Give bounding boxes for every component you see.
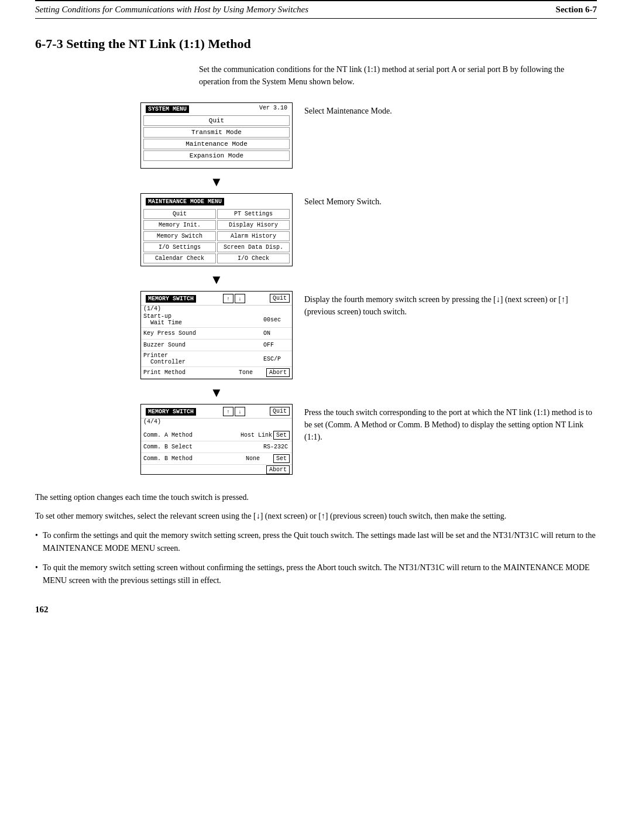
bottom-section: The setting option changes each time the…: [35, 491, 597, 587]
ms-page-1: (1/4): [141, 306, 292, 312]
ms-value-keypress: ON: [263, 330, 290, 337]
step-1-row: SYSTEM MENU Ver 3.10 Quit Transmit Mode …: [35, 102, 597, 169]
ms-nav-up-1[interactable]: ↑: [223, 294, 233, 303]
ms-label-keypress: Key Press Sound: [143, 330, 263, 337]
ms-value-startup: 00sec: [263, 317, 290, 323]
bullet-2-text: To quit the memory switch setting screen…: [43, 561, 597, 588]
ms-label-printmethod: Print Method: [143, 369, 239, 376]
grid-pt-settings: PT Settings: [217, 209, 290, 219]
menu-transmit: Transmit Mode: [143, 127, 290, 138]
ms-nav-down-4[interactable]: ↓: [235, 407, 245, 416]
ms-label-comm-b-method: Comm. B Method: [143, 455, 246, 462]
system-menu-screen: SYSTEM MENU Ver 3.10 Quit Transmit Mode …: [140, 102, 293, 169]
maintenance-screen-title: MAINTENANCE MODE MENU: [146, 198, 224, 205]
menu-expansion: Expansion Mode: [143, 150, 290, 161]
grid-io-check: I/O Check: [217, 253, 290, 263]
note-text: To set other memory switches, select the…: [35, 510, 597, 523]
bullet-2: • To quit the memory switch setting scre…: [35, 561, 597, 588]
ms-value-buzzer: OFF: [263, 342, 290, 348]
ms-set-btn-a[interactable]: Set: [273, 431, 290, 440]
grid-quit: Quit: [143, 209, 216, 219]
grid-memory-switch: Memory Switch: [143, 231, 216, 241]
page-number: 162: [35, 605, 597, 615]
ms-abort-row: Abort: [141, 465, 292, 474]
ms-row-startup: Start-up Wait Time 00sec: [141, 312, 292, 328]
grid-display-history: Display Hisory: [217, 220, 290, 230]
page-container: Setting Conditions for Communications wi…: [0, 0, 632, 840]
ms-label-printer: Printer Controller: [143, 352, 263, 365]
ms-label-comm-b-select: Comm. B Select: [143, 444, 263, 450]
grid-io-settings: I/O Settings: [143, 242, 216, 252]
ms-value-comm-b-select: RS-232C: [263, 444, 290, 450]
bullet-1-text: To confirm the settings and quit the mem…: [43, 529, 597, 556]
maintenance-grid: Quit PT Settings Memory Init. Display Hi…: [141, 208, 292, 266]
step-2-row: MAINTENANCE MODE MENU Quit PT Settings M…: [35, 193, 597, 266]
arrow-2: ▼: [140, 272, 597, 287]
memory-switch-4-screen: MEMORY SWITCH ↑ ↓ Quit (4/4) Comm. A Met…: [140, 404, 293, 475]
ms-value-printmethod: Tone: [239, 369, 265, 376]
screen-memory-switch-1: MEMORY SWITCH ↑ ↓ Quit (1/4) Start-up Wa…: [140, 291, 293, 379]
bullet-dot-1: •: [35, 529, 38, 556]
ms-nav-4: ↑ ↓: [223, 407, 245, 416]
down-arrow-2: ▼: [140, 272, 293, 287]
ms-value-printer: ESC/P: [263, 356, 290, 362]
grid-alarm-history: Alarm History: [217, 231, 290, 241]
down-arrow-1: ▼: [140, 174, 293, 190]
ms-row-comm-b-method: Comm. B Method None Set: [141, 453, 292, 465]
arrow-1: ▼: [140, 174, 597, 190]
ms-value-comm-a: Host Link: [241, 432, 272, 438]
screen-version: Ver 3.10: [257, 103, 290, 113]
arrow-3: ▼: [140, 385, 597, 400]
ms-label-comm-a: Comm. A Method: [143, 432, 241, 438]
ms-label-buzzer: Buzzer Sound: [143, 342, 263, 348]
intro-text: Set the communication conditions for the…: [199, 63, 597, 88]
maintenance-menu-screen: MAINTENANCE MODE MENU Quit PT Settings M…: [140, 193, 293, 266]
ms-nav-up-4[interactable]: ↑: [223, 407, 233, 416]
step-1-description: Select Maintenance Mode.: [304, 102, 597, 117]
down-arrow-3: ▼: [140, 385, 293, 400]
grid-calendar-check: Calendar Check: [143, 253, 216, 263]
ms-row-printer: Printer Controller ESC/P: [141, 351, 292, 367]
menu-quit: Quit: [143, 115, 290, 126]
ms-set-btn-b[interactable]: Set: [273, 454, 290, 463]
ms-header-4: MEMORY SWITCH ↑ ↓ Quit: [141, 404, 292, 419]
page-header: Setting Conditions for Communications wi…: [35, 0, 597, 19]
ms-page-4: (4/4): [141, 419, 292, 425]
ms-row-keypresssound: Key Press Sound ON: [141, 328, 292, 340]
step-3-description: Display the fourth memory switch screen …: [304, 291, 597, 318]
section-title: 6-7-3 Setting the NT Link (1:1) Method: [35, 36, 597, 52]
header-title: Setting Conditions for Communications wi…: [35, 5, 308, 15]
step-2-description: Select Memory Switch.: [304, 193, 597, 208]
ms-header-1: MEMORY SWITCH ↑ ↓ Quit: [141, 292, 292, 306]
memory-switch-1-screen: MEMORY SWITCH ↑ ↓ Quit (1/4) Start-up Wa…: [140, 291, 293, 379]
screen-title: SYSTEM MENU: [146, 105, 189, 113]
ms-nav-down-1[interactable]: ↓: [235, 294, 245, 303]
screen-header: SYSTEM MENU Ver 3.10: [141, 103, 292, 114]
ms-abort-btn-4[interactable]: Abort: [266, 465, 290, 474]
step-4-description: Press the touch switch corresponding to …: [304, 404, 597, 443]
ms-title-1: MEMORY SWITCH: [146, 295, 196, 303]
ms-row-buzzersound: Buzzer Sound OFF: [141, 340, 292, 351]
ms-abort-btn-1[interactable]: Abort: [266, 368, 290, 377]
step-3-row: MEMORY SWITCH ↑ ↓ Quit (1/4) Start-up Wa…: [35, 291, 597, 379]
grid-screen-data: Screen Data Disp.: [217, 242, 290, 252]
header-section: Section 6-7: [556, 5, 597, 15]
ms-label-startup: Start-up Wait Time: [143, 313, 263, 326]
ms-nav-1: ↑ ↓: [223, 294, 245, 303]
ms-quit-1[interactable]: Quit: [270, 294, 290, 303]
step-4-row: MEMORY SWITCH ↑ ↓ Quit (4/4) Comm. A Met…: [35, 404, 597, 475]
menu-maintenance: Maintenance Mode: [143, 139, 290, 149]
grid-memory-init: Memory Init.: [143, 220, 216, 230]
bottom-text: The setting option changes each time the…: [35, 491, 597, 504]
ms-quit-4[interactable]: Quit: [270, 407, 290, 416]
ms-row-comm-a: Comm. A Method Host Link Set: [141, 430, 292, 441]
ms-value-comm-b-method: None: [246, 455, 272, 462]
bullet-1: • To confirm the settings and quit the m…: [35, 529, 597, 556]
screen-memory-switch-4: MEMORY SWITCH ↑ ↓ Quit (4/4) Comm. A Met…: [140, 404, 293, 475]
ms-row-printmethod: Print Method Tone Abort: [141, 367, 292, 379]
screen-maintenance-menu: MAINTENANCE MODE MENU Quit PT Settings M…: [140, 193, 293, 266]
bullet-dot-2: •: [35, 561, 38, 588]
screen-system-menu: SYSTEM MENU Ver 3.10 Quit Transmit Mode …: [140, 102, 293, 169]
ms-title-4: MEMORY SWITCH: [146, 408, 196, 416]
ms-row-comm-b-select: Comm. B Select RS-232C: [141, 441, 292, 453]
